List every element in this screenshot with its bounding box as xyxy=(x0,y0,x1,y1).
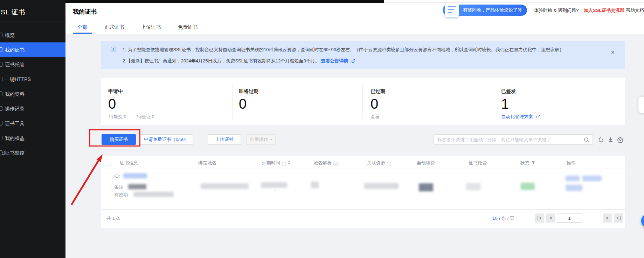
redacted-remark xyxy=(128,184,146,189)
tab-all[interactable]: 全部 xyxy=(73,21,92,34)
overview-icon xyxy=(0,33,2,37)
sidebar-item-my-certificates[interactable]: 我的证书 xyxy=(0,42,65,57)
select-all-checkbox[interactable] xyxy=(106,160,111,165)
sidebar-item-cert-tools[interactable]: 证书工具 xyxy=(0,116,65,131)
certificate-icon xyxy=(0,47,2,52)
settings-gear-icon[interactable] xyxy=(617,137,623,143)
row-remark-label: 备注: xyxy=(114,184,125,190)
redacted-action-link[interactable] xyxy=(566,185,582,191)
tab-uploaded-certs[interactable]: 上传证书 xyxy=(138,21,164,34)
next-page-button[interactable] xyxy=(603,213,612,223)
external-link-icon xyxy=(536,115,540,118)
col-cert-hosting: 证书托管 xyxy=(469,159,487,167)
sidebar-item-my-profile[interactable]: 我的资料 xyxy=(0,87,65,101)
notice-line-1: 1. 为了您能更便捷地管理SSL证书，控制台已支持自动查询证书关联的10种腾讯云… xyxy=(123,47,564,53)
https-icon xyxy=(0,77,2,81)
stat-expired-view[interactable]: 查看 xyxy=(371,114,380,120)
sidebar-item-cert-hosting[interactable]: 证书托管 xyxy=(0,57,65,72)
divider xyxy=(362,84,363,119)
redacted-cert-id xyxy=(123,173,147,178)
tab-free-certs[interactable]: 免费证书 xyxy=(175,21,200,34)
row-validity-label: 有效期: xyxy=(114,192,129,198)
survey-doc-icon xyxy=(445,3,459,17)
sort-icon[interactable] xyxy=(288,161,291,165)
sidebar-item-overview[interactable]: 概览 xyxy=(0,28,65,42)
redacted-hosting xyxy=(466,183,480,190)
redacted-validity xyxy=(133,192,174,197)
stat-expiring-label: 即将过期 xyxy=(239,88,258,95)
header-border xyxy=(101,169,625,169)
col-actions: 操作 xyxy=(567,159,576,167)
stats-panel: 申请中 0 待提交 0 待验证 0 即将过期 0 已过期 0 查看 已签发 1 … xyxy=(101,78,625,125)
row-checkbox[interactable] xyxy=(106,184,111,189)
download-icon[interactable] xyxy=(608,137,614,143)
sidebar-divider xyxy=(0,21,65,21)
monitor-icon xyxy=(0,150,2,155)
page-size-select[interactable]: 10 ▾ 条 / 页 xyxy=(492,215,514,222)
apply-free-cert-button[interactable]: 申请免费证书（0/50） xyxy=(140,134,193,145)
notice-line-2: 2.【最新】接证书厂商通知，2024年4月25日以后，免费SSL证书有效期将从1… xyxy=(123,58,355,64)
row-id-label: ID: xyxy=(114,174,120,179)
stat-issued-value: 1 xyxy=(501,96,509,112)
col-bound-domain: 绑定域名 xyxy=(198,159,216,167)
page-number-input[interactable] xyxy=(557,213,582,223)
search-input[interactable] xyxy=(434,135,581,144)
ssl-console-page: SL 证书 概览 我的证书 证书托管 一键HTTPS 我的资料 操作记录 证书工… xyxy=(0,0,644,258)
active-tab-underline xyxy=(73,33,92,34)
filter-icon[interactable] xyxy=(531,160,535,165)
join-group-link[interactable]: 加入SSL证书交流群 xyxy=(584,7,624,14)
redacted-resolution xyxy=(311,182,319,188)
info-icon[interactable]: i xyxy=(387,162,391,166)
info-icon[interactable]: i xyxy=(333,162,338,166)
redacted-action-link[interactable] xyxy=(566,176,580,181)
stat-expired-value: 0 xyxy=(371,96,378,112)
last-page-button[interactable] xyxy=(614,213,623,223)
prev-page-button[interactable] xyxy=(546,213,555,223)
buy-certificate-button[interactable]: 购买证书 xyxy=(102,134,136,145)
tab-paid-certs[interactable]: 正式证书 xyxy=(102,21,127,34)
caret-down-icon: ▾ xyxy=(499,217,500,220)
redacted-auto-renewal xyxy=(419,183,433,191)
row-border xyxy=(101,209,625,210)
upload-cert-button[interactable]: 上传证书 xyxy=(208,134,241,145)
stat-issued-label: 已签发 xyxy=(501,88,516,95)
stat-pending-label: 申请中 xyxy=(108,88,123,95)
close-icon[interactable]: × xyxy=(609,49,616,56)
product-title: SL 证书 xyxy=(1,8,26,17)
divider xyxy=(494,84,494,119)
info-icon: i xyxy=(111,47,116,52)
log-icon xyxy=(0,106,2,111)
sidebar-item-operation-log[interactable]: 操作记录 xyxy=(0,101,65,116)
refresh-icon[interactable] xyxy=(598,137,604,143)
sidebar-item-cert-monitor[interactable]: 证书监控 xyxy=(0,145,65,160)
col-cert-info: 证书信息 xyxy=(120,159,138,167)
col-domain-resolution: 域名解析i xyxy=(313,159,338,167)
info-icon[interactable]: i xyxy=(282,162,286,166)
top-nav-strip xyxy=(65,0,384,3)
sidebar: SL 证书 概览 我的证书 证书托管 一键HTTPS 我的资料 操作记录 证书工… xyxy=(0,0,65,258)
stat-expiring-value: 0 xyxy=(239,96,247,112)
sidebar-item-one-click-https[interactable]: 一键HTTPS xyxy=(0,72,65,87)
automation-plan-link[interactable]: 自动化管理方案 xyxy=(501,114,540,120)
col-associated-resources: 关联资源i xyxy=(367,159,391,167)
profile-icon xyxy=(0,91,2,96)
benefits-icon xyxy=(0,136,2,140)
stat-expired-label: 已过期 xyxy=(371,88,385,95)
stat-pending-sub-2: 待验证 0 xyxy=(137,114,154,120)
first-page-button[interactable] xyxy=(535,213,544,223)
page-title: 我的证书 xyxy=(73,8,97,16)
help-doc-link[interactable]: 帮助文档 xyxy=(626,7,644,14)
tools-icon xyxy=(0,121,2,125)
col-expiry-time: 到期时间i xyxy=(262,159,291,167)
search-box xyxy=(434,134,593,145)
external-link-icon xyxy=(351,59,355,63)
collapsed-side-widget[interactable] xyxy=(638,97,644,113)
col-status: 状态 xyxy=(520,159,535,167)
redacted-status-badge xyxy=(521,183,535,190)
batch-operation-button[interactable]: 批量操作▾ xyxy=(246,134,276,145)
announcement-link[interactable]: 查看公告详情 xyxy=(321,58,348,63)
divider xyxy=(232,84,233,119)
redacted-action-link[interactable] xyxy=(582,176,602,181)
search-icon[interactable] xyxy=(584,137,590,143)
sidebar-item-my-benefits[interactable]: 我的权益 xyxy=(0,131,65,145)
